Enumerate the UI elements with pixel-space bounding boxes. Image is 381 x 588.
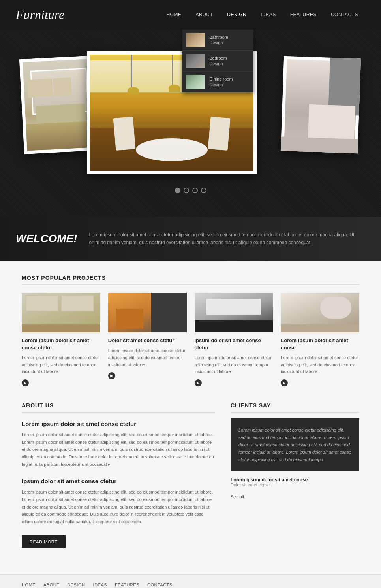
- nav-design[interactable]: DESIGN: [220, 12, 253, 17]
- nav-ideas[interactable]: IDEAS: [253, 0, 283, 30]
- footer-nav-home[interactable]: HOME: [22, 582, 36, 587]
- read-link-3[interactable]: ▶: [195, 379, 202, 386]
- header: Furniture HOME ABOUT DESIGN Bathroom Des…: [0, 0, 381, 30]
- project-title-2: Dolor sit amet conse ctetur: [108, 337, 187, 344]
- dropdown-bedroom[interactable]: Bedroom Design: [182, 51, 253, 72]
- slide-right[interactable]: [281, 56, 361, 154]
- project-card-4: Lorem ipsum dolor sit amet conse Lorem i…: [281, 293, 359, 386]
- footer-nav-ideas[interactable]: IDEAS: [93, 582, 107, 587]
- author-sub: Dolor sit amet conse: [231, 482, 359, 487]
- slider-dots: [0, 188, 381, 193]
- project-img-2: [108, 293, 187, 332]
- bathroom-thumb: [186, 33, 205, 47]
- project-desc-4: Lorem ipsum dolor sit amet conse ctetur …: [281, 354, 359, 375]
- nav-contacts[interactable]: CONTACTS: [324, 0, 365, 30]
- project-img-4: [281, 293, 359, 332]
- dropdown-bathroom[interactable]: Bathroom Design: [182, 30, 253, 51]
- popular-section-title: MOST POPULAR PROJECTS: [22, 275, 359, 285]
- dot-3[interactable]: [192, 188, 198, 193]
- clients-section-title: CLIENTS SAY: [231, 402, 359, 413]
- project-title-4: Lorem ipsum dolor sit amet conse: [281, 337, 359, 351]
- read-link-4[interactable]: ▶: [281, 379, 288, 386]
- footer-nav-contacts[interactable]: CONTACTS: [147, 582, 173, 587]
- bedroom-thumb: [186, 54, 205, 68]
- about-section-title: ABOUT US: [22, 402, 215, 413]
- nav-home[interactable]: HOME: [159, 0, 188, 30]
- dining-label: Dining room Design: [209, 76, 233, 88]
- author-name: Lorem ipsum dolor sit amet conse: [231, 477, 359, 482]
- about-subtitle-2: Ipsum dolor sit amet conse ctetur: [22, 478, 215, 484]
- project-img-3: [195, 293, 273, 332]
- project-title-3: Ipsum dolor sit amet conse ctetur: [195, 337, 273, 351]
- read-link-2[interactable]: ▶: [108, 372, 115, 379]
- nav-features[interactable]: FEATURES: [283, 0, 324, 30]
- testimonial-text: Lorem ipsum dolor sit amet conse ctetur …: [238, 426, 351, 463]
- project-desc-3: Lorem ipsum dolor sit amet conse ctetur …: [195, 354, 273, 375]
- design-dropdown: Bathroom Design Bedroom Design Dining ro…: [182, 30, 253, 92]
- about-text-2: Lorem ipsum dolor sit amet conse ctetur …: [22, 488, 215, 525]
- footer: HOME ABOUT DESIGN IDEAS FEATURES CONTACT…: [0, 574, 381, 588]
- main-content: MOST POPULAR PROJECTS Lorem ipsum dolor …: [0, 261, 381, 574]
- footer-nav: HOME ABOUT DESIGN IDEAS FEATURES CONTACT…: [22, 582, 359, 587]
- nav-about[interactable]: ABOUT: [188, 0, 220, 30]
- footer-nav-features[interactable]: FEATURES: [115, 582, 139, 587]
- clients-say-col: CLIENTS SAY Lorem ipsum dolor sit amet c…: [231, 402, 359, 548]
- about-text-1: Lorem ipsum dolor sit amet conse ctetur …: [22, 431, 215, 468]
- bedroom-label: Bedroom Design: [209, 55, 227, 67]
- two-col-section: ABOUT US Lorem ipsum dolor sit amet cons…: [22, 402, 359, 548]
- project-img-1: [22, 293, 100, 332]
- projects-grid: Lorem ipsum dolor sit amet conse ctetur …: [22, 293, 359, 386]
- project-desc-1: Lorem ipsum dolor sit amet conse ctetur …: [22, 354, 100, 375]
- dining-thumb: [186, 75, 205, 89]
- read-link-1[interactable]: ▶: [22, 379, 29, 386]
- read-more-button[interactable]: Read more: [22, 535, 66, 548]
- about-subtitle-1: Lorem ipsum dolor sit amet conse ctetur: [22, 420, 215, 427]
- project-title-1: Lorem ipsum dolor sit amet conse ctetur: [22, 337, 100, 351]
- dot-2[interactable]: [184, 188, 189, 193]
- dot-1[interactable]: [175, 188, 180, 193]
- footer-nav-design[interactable]: DESIGN: [67, 582, 85, 587]
- bathroom-label: Bathroom Design: [209, 34, 228, 46]
- dropdown-dining[interactable]: Dining room Design: [182, 72, 253, 92]
- logo: Furniture: [16, 8, 159, 22]
- welcome-text: Lorem ipsum dolor sit amet conse ctetur …: [89, 231, 365, 247]
- welcome-title: WELCOME!: [16, 232, 77, 245]
- dot-4[interactable]: [201, 188, 206, 193]
- project-card-3: Ipsum dolor sit amet conse ctetur Lorem …: [195, 293, 273, 386]
- see-all-link[interactable]: See all: [231, 494, 359, 499]
- project-card-2: Dolor sit amet conse ctetur Lorem ipsum …: [108, 293, 187, 386]
- about-us-col: ABOUT US Lorem ipsum dolor sit amet cons…: [22, 402, 215, 548]
- footer-nav-about[interactable]: ABOUT: [43, 582, 59, 587]
- welcome-banner: WELCOME! Lorem ipsum dolor sit amet cons…: [0, 217, 381, 261]
- project-desc-2: Lorem ipsum dolor sit amet conse ctetur …: [108, 347, 187, 368]
- testimonial-box: Lorem ipsum dolor sit amet conse ctetur …: [231, 418, 359, 471]
- testimonial-author: Lorem ipsum dolor sit amet conse Dolor s…: [231, 477, 359, 487]
- main-nav: HOME ABOUT DESIGN Bathroom Design Bedroo…: [159, 0, 365, 30]
- project-card-1: Lorem ipsum dolor sit amet conse ctetur …: [22, 293, 100, 386]
- nav-design-wrapper: DESIGN Bathroom Design Bedroom Design: [220, 0, 253, 30]
- lounge-image: [284, 59, 358, 150]
